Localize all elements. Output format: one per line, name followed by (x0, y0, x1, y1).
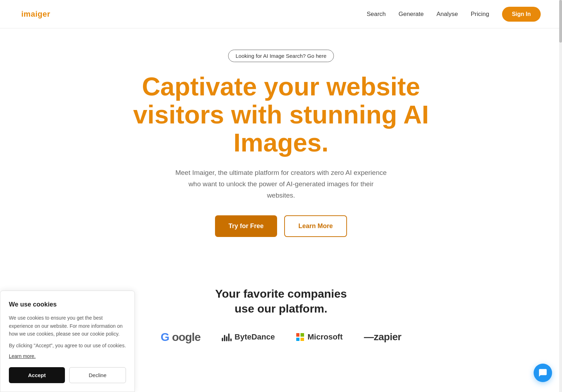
nav-pricing[interactable]: Pricing (471, 11, 489, 18)
nav-analyse[interactable]: Analyse (436, 11, 458, 18)
bytedance-bars-icon (222, 333, 232, 341)
cookie-banner: We use cookies We use cookies to ensure … (0, 291, 135, 365)
learn-more-button[interactable]: Learn More (284, 215, 347, 237)
zapier-text: —zapier (364, 331, 401, 342)
signin-button[interactable]: Sign In (502, 7, 541, 22)
site-logo[interactable]: imaiger (21, 10, 50, 19)
hero-badge[interactable]: Looking for AI Image Search? Go here (228, 50, 334, 62)
nav-links: Search Generate Analyse Pricing Sign In (367, 7, 541, 22)
hero-buttons: Try for Free Learn More (128, 215, 434, 237)
hero-title: Captivate your website visitors with stu… (128, 73, 434, 157)
cookie-body: We use cookies to ensure you get the bes… (9, 314, 126, 338)
nav-generate[interactable]: Generate (398, 11, 424, 18)
cookie-title: We use cookies (9, 301, 126, 308)
zapier-logo: —zapier (364, 331, 401, 343)
google-logo: Google (161, 331, 200, 344)
hero-subtitle: Meet Imaiger, the ultimate platform for … (175, 167, 387, 201)
nav-search[interactable]: Search (367, 11, 386, 18)
cookie-accept-note: By clicking "Accept", you agree to our u… (9, 342, 126, 349)
scrollbar-track (559, 0, 562, 365)
bytedance-text: ByteDance (235, 332, 275, 342)
bytedance-logo: ByteDance (222, 332, 275, 342)
hero-section: Looking for AI Image Search? Go here Cap… (121, 28, 441, 272)
microsoft-text: Microsoft (308, 332, 343, 342)
navbar: imaiger Search Generate Analyse Pricing … (0, 0, 562, 28)
scrollbar-thumb[interactable] (559, 0, 562, 43)
cookie-learn-more-link[interactable]: Learn more. (9, 353, 35, 359)
microsoft-logo: Microsoft (296, 332, 343, 342)
microsoft-grid-icon (296, 333, 304, 341)
try-free-button[interactable]: Try for Free (215, 215, 277, 237)
